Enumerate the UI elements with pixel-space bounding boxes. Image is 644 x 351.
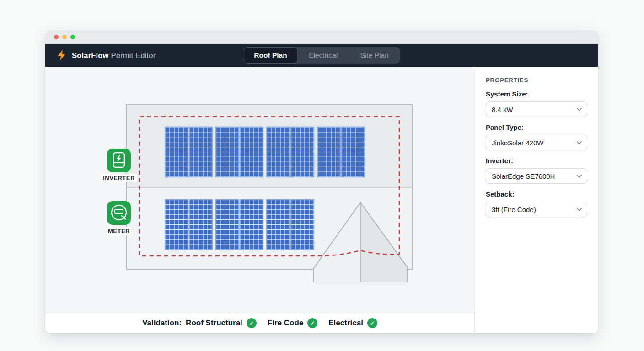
tab-site-plan[interactable]: Site Plan: [349, 47, 400, 64]
app-brand: SolarFlow Permit Editor: [56, 49, 156, 61]
roof-plan-canvas[interactable]: INVERTER METER: [45, 67, 474, 313]
field-setback: Setback: 3ft (Fire Code): [486, 190, 587, 217]
system-size-select[interactable]: 8.4 kW: [486, 101, 587, 117]
inverter-icon: [107, 149, 131, 172]
chevron-down-icon: [577, 208, 582, 211]
check-circle-icon: ✓: [247, 318, 257, 328]
panel-type-label: Panel Type:: [486, 123, 587, 131]
inverter-marker[interactable]: [107, 149, 131, 172]
minimize-window-button[interactable]: [62, 35, 67, 39]
app-title-bold: SolarFlow: [72, 51, 109, 59]
app-title: SolarFlow Permit Editor: [72, 51, 156, 60]
field-panel-type: Panel Type: JinkoSolar 420W: [486, 123, 587, 150]
system-size-label: System Size:: [486, 90, 587, 98]
tab-electrical[interactable]: Electrical: [298, 47, 349, 64]
traffic-lights: [54, 35, 75, 39]
properties-heading: PROPERTIES: [486, 77, 587, 84]
app-title-rest: Permit Editor: [111, 51, 156, 59]
app-header: SolarFlow Permit Editor Roof Plan Electr…: [45, 44, 598, 67]
validation-label: Roof Structural: [186, 319, 242, 328]
view-tabs: Roof Plan Electrical Site Plan: [243, 47, 400, 64]
close-window-button[interactable]: [54, 35, 59, 39]
inverter-select[interactable]: SolarEdge SE7600H: [486, 168, 587, 184]
app-window: SolarFlow Permit Editor Roof Plan Electr…: [45, 31, 598, 333]
validation-item-fire-code: Fire Code ✓: [268, 318, 317, 328]
system-size-value: 8.4 kW: [492, 106, 513, 113]
setback-value: 3ft (Fire Code): [492, 206, 536, 213]
inverter-label-group: INVERTER: [101, 174, 137, 182]
validation-status-bar: Validation: Roof Structural ✓ Fire Code …: [45, 313, 474, 333]
window-titlebar: [45, 31, 598, 44]
zoom-window-button[interactable]: [70, 35, 75, 39]
validation-item-electrical: Electrical ✓: [328, 318, 377, 328]
check-circle-icon: ✓: [367, 318, 377, 328]
meter-label: METER: [108, 228, 130, 234]
inverter-value: SolarEdge SE7600H: [492, 172, 555, 180]
inverter-label: INVERTER: [103, 175, 135, 181]
field-system-size: System Size: 8.4 kW: [486, 90, 587, 117]
inverter-field-label: Inverter:: [486, 157, 587, 165]
meter-label-group: METER: [106, 227, 132, 235]
validation-item-roof-structural: Roof Structural ✓: [186, 318, 257, 328]
meter-marker[interactable]: [107, 201, 131, 225]
validation-prefix: Validation:: [142, 319, 182, 328]
setback-label: Setback:: [486, 190, 587, 198]
field-inverter: Inverter: SolarEdge SE7600H: [486, 157, 587, 184]
check-circle-icon: ✓: [307, 318, 317, 328]
lightning-bolt-icon: [56, 49, 67, 61]
panel-type-value: JinkoSolar 420W: [492, 139, 543, 147]
validation-label: Fire Code: [268, 319, 303, 328]
validation-label: Electrical: [328, 319, 363, 328]
setback-select[interactable]: 3ft (Fire Code): [486, 202, 587, 217]
tab-roof-plan[interactable]: Roof Plan: [243, 47, 297, 64]
chevron-down-icon: [577, 175, 582, 178]
chevron-down-icon: [577, 141, 582, 144]
chevron-down-icon: [577, 108, 582, 111]
panel-type-select[interactable]: JinkoSolar 420W: [486, 135, 587, 150]
roof-plan-diagram: INVERTER METER: [45, 67, 474, 313]
properties-panel: PROPERTIES System Size: 8.4 kW Panel Typ…: [474, 67, 598, 333]
